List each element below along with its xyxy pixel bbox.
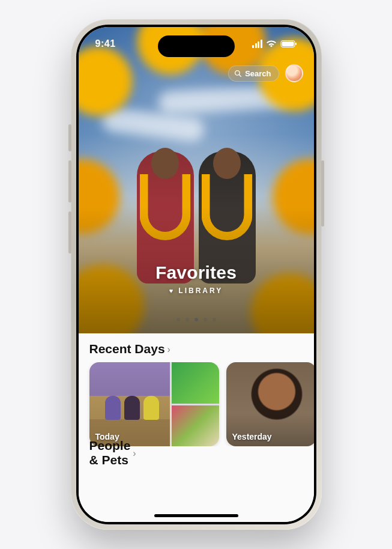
search-icon xyxy=(234,70,242,77)
dynamic-island xyxy=(158,35,235,57)
day-label: Today xyxy=(95,432,119,441)
volume-up-button xyxy=(68,160,71,202)
hero-card[interactable]: Search Favorites ♥ LIBRARY xyxy=(79,27,314,333)
people-pets-header[interactable]: People & Pets › xyxy=(79,390,136,522)
thumbnail xyxy=(172,405,219,447)
day-card-yesterday[interactable]: Yesterday xyxy=(226,362,314,446)
home-indicator[interactable] xyxy=(154,514,238,517)
svg-rect-1 xyxy=(282,41,294,46)
status-time: 9:41 xyxy=(95,38,116,49)
page-dots[interactable] xyxy=(79,318,314,321)
search-button[interactable]: Search xyxy=(228,65,279,82)
search-label: Search xyxy=(245,69,271,78)
chevron-right-icon: › xyxy=(133,448,136,459)
chevron-right-icon: › xyxy=(167,344,170,355)
hero-title: Favorites xyxy=(79,262,314,283)
battery-icon xyxy=(280,40,297,48)
content-area: Recent Days › Today Yesterday Peopl xyxy=(79,333,314,522)
wifi-icon xyxy=(266,40,277,48)
recent-days-header[interactable]: Recent Days › xyxy=(79,342,314,362)
hero-subtitle: LIBRARY xyxy=(178,287,223,295)
section-title: People & Pets xyxy=(89,438,131,467)
day-label: Yesterday xyxy=(232,432,272,441)
section-title: Recent Days xyxy=(89,342,165,356)
profile-avatar[interactable] xyxy=(285,64,303,82)
thumbnail xyxy=(172,362,219,404)
power-button xyxy=(321,160,324,226)
screen: 9:41 xyxy=(79,27,314,522)
svg-rect-2 xyxy=(295,43,297,45)
svg-line-4 xyxy=(239,74,241,76)
hero-subjects xyxy=(133,139,259,284)
heart-icon: ♥ xyxy=(169,287,175,294)
side-button xyxy=(68,124,71,151)
volume-down-button xyxy=(68,211,71,253)
iphone-frame: 9:41 xyxy=(71,19,322,530)
cellular-icon xyxy=(252,40,262,48)
